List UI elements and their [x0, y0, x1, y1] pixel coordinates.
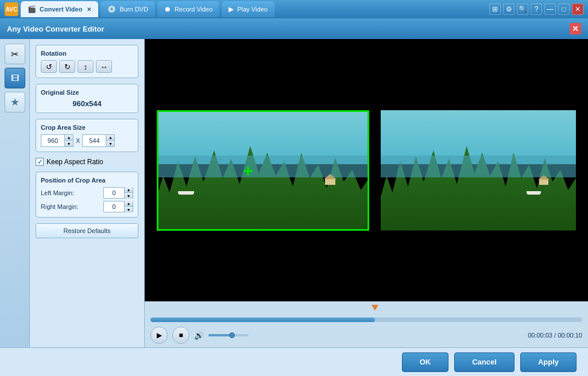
time-display: 00:00:03 / 00:00:10 [528, 332, 582, 339]
sidebar-icon-effects[interactable]: ★ [5, 92, 25, 113]
crop-height-spinner[interactable]: ▲ ▼ [82, 134, 115, 147]
progress-marker [372, 305, 378, 311]
window-controls: ⊞ ⚙ 🔍 ? — □ ✕ [489, 3, 583, 15]
boat-right [527, 191, 541, 195]
water-reflection [157, 156, 369, 177]
progress-area [145, 301, 588, 323]
volume-slider[interactable] [208, 334, 249, 336]
play-button[interactable]: ▶ [150, 327, 168, 344]
sidebar-icon-film[interactable]: 🎞 [5, 68, 25, 88]
rotate-ccw-button[interactable]: ↺ [41, 60, 57, 73]
left-margin-label: Left Margin: [41, 189, 74, 196]
tab-convert-icon: 🎬 [28, 5, 36, 13]
video-frame-right [381, 110, 576, 231]
crop-area-label: Crop Area Size [41, 124, 133, 131]
house-left [325, 178, 335, 185]
tab-record-label: Record Video [175, 6, 212, 13]
flip-vertical-button[interactable]: ↕ [78, 60, 94, 73]
tropical-scene-right [381, 110, 576, 231]
tab-burn-icon: 💿 [107, 5, 116, 13]
crop-width-up[interactable]: ▲ [65, 135, 73, 141]
tab-convert[interactable]: 🎬 Convert Video ✕ [21, 1, 98, 17]
house-right [539, 179, 548, 185]
progress-fill [150, 317, 375, 322]
crop-height-input[interactable] [83, 137, 106, 144]
crop-crosshair: + [243, 161, 254, 180]
keep-aspect-checkbox[interactable]: ✓ [36, 158, 44, 166]
search-icon[interactable]: 🔍 [517, 3, 528, 15]
left-margin-input[interactable] [104, 189, 124, 196]
tab-play[interactable]: ▶ Play Video [222, 1, 274, 17]
original-size-value: 960x544 [41, 99, 133, 108]
rotation-buttons: ↺ ↻ ↕ ↔ [41, 60, 133, 73]
tab-burn[interactable]: 💿 Burn DVD [100, 1, 155, 17]
restore-defaults-button[interactable]: Restore Defaults [36, 223, 138, 238]
close-button[interactable]: ✕ [572, 3, 583, 15]
dialog-title-bar: Any Video Converter Editor ✕ [0, 18, 588, 39]
flip-horizontal-button[interactable]: ↔ [96, 60, 112, 73]
left-panel: Rotation ↺ ↻ ↕ ↔ Original Size 960x544 C… [30, 39, 145, 347]
progress-marker-row [150, 305, 582, 313]
right-margin-down[interactable]: ▼ [125, 207, 133, 212]
rotation-label: Rotation [41, 50, 133, 57]
stop-button[interactable]: ■ [172, 327, 189, 344]
crop-height-down[interactable]: ▼ [106, 141, 114, 146]
time-current: 00:00:03 [528, 332, 552, 339]
left-margin-up[interactable]: ▲ [125, 187, 133, 193]
tab-play-label: Play Video [237, 6, 267, 13]
keep-aspect-row: ✓ Keep Aspect Ratio [36, 158, 138, 166]
app-logo: AVC [5, 2, 18, 16]
crop-width-down[interactable]: ▼ [65, 141, 73, 146]
original-size-section: Original Size 960x544 [36, 84, 138, 113]
controls-area: ▶ ■ 🔊 00:00:03 / 00:00:10 [145, 323, 588, 347]
right-margin-spinner[interactable]: ▲ ▼ [103, 201, 133, 212]
maximize-button[interactable]: □ [558, 3, 570, 15]
right-margin-row: Right Margin: ▲ ▼ [41, 201, 133, 212]
gear-icon[interactable]: ⚙ [503, 3, 514, 15]
apply-button[interactable]: Apply [520, 352, 577, 372]
rotation-section: Rotation ↺ ↻ ↕ ↔ [36, 45, 138, 78]
tab-play-icon: ▶ [229, 5, 234, 13]
icon-sidebar: ✂ 🎞 ★ [0, 39, 30, 347]
action-buttons: OK Cancel Apply [0, 347, 588, 376]
video-frame-left: + [157, 110, 369, 231]
tropical-scene-left [157, 110, 369, 231]
left-margin-row: Left Margin: ▲ ▼ [41, 187, 133, 199]
ok-button[interactable]: OK [402, 352, 449, 372]
video-display: + [145, 39, 588, 301]
crop-width-input[interactable] [41, 137, 64, 144]
progress-bar[interactable] [150, 317, 582, 322]
right-margin-up[interactable]: ▲ [125, 201, 133, 207]
position-label: Position of Crop Area [41, 177, 133, 184]
boat-left [178, 191, 194, 195]
original-size-label: Original Size [41, 89, 133, 96]
keep-aspect-label: Keep Aspect Ratio [47, 158, 103, 166]
crop-area-section: Crop Area Size ▲ ▼ X ▲ ▼ [36, 119, 138, 152]
main-window: Any Video Converter Editor ✕ ✂ 🎞 ★ Rotat… [0, 18, 588, 376]
sidebar-icon-scissors[interactable]: ✂ [5, 44, 25, 64]
crop-size-row: ▲ ▼ X ▲ ▼ [41, 134, 133, 147]
left-margin-down[interactable]: ▼ [125, 193, 133, 199]
cancel-button[interactable]: Cancel [454, 352, 514, 372]
time-total: 00:00:10 [558, 332, 582, 339]
help-icon[interactable]: ? [531, 3, 542, 15]
crop-width-spinner[interactable]: ▲ ▼ [41, 134, 74, 147]
content-area: ✂ 🎞 ★ Rotation ↺ ↻ ↕ ↔ Origi [0, 39, 588, 347]
crop-height-up[interactable]: ▲ [106, 135, 114, 141]
left-margin-spinner[interactable]: ▲ ▼ [103, 187, 133, 199]
dialog-close-button[interactable]: ✕ [570, 23, 581, 34]
right-margin-input[interactable] [104, 203, 124, 210]
crop-x-label: X [76, 137, 80, 144]
tab-convert-label: Convert Video [40, 6, 82, 13]
rotate-cw-button[interactable]: ↻ [59, 60, 75, 73]
water-right [381, 156, 576, 177]
tab-record[interactable]: ⏺ Record Video [157, 1, 219, 17]
preview-area: + [145, 39, 588, 347]
volume-thumb[interactable] [229, 332, 235, 338]
minimize-button[interactable]: — [544, 3, 556, 15]
right-margin-label: Right Margin: [41, 203, 78, 210]
grid-icon[interactable]: ⊞ [489, 3, 501, 15]
volume-icon: 🔊 [194, 331, 204, 340]
app-title-bar: AVC 🎬 Convert Video ✕ 💿 Burn DVD ⏺ Recor… [0, 0, 588, 18]
position-section: Position of Crop Area Left Margin: ▲ ▼ [36, 172, 138, 218]
